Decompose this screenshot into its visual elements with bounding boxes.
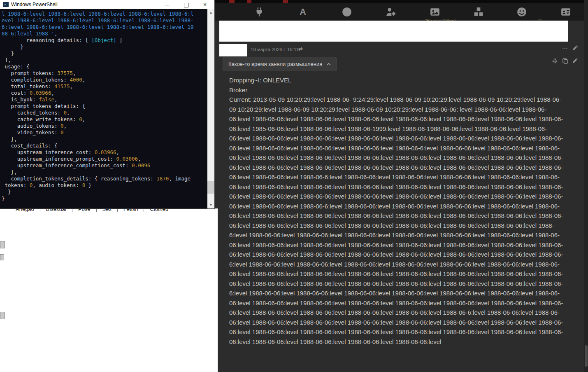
message-body: Dropping~I: ONLEVEL Broker Current: 2013… [229, 75, 563, 346]
plug-icon[interactable] [254, 7, 265, 17]
console-line: video_tokens: 0 [2, 129, 207, 136]
window-fragment [0, 312, 5, 319]
message-menu-icon[interactable]: ⋯ [562, 45, 568, 51]
chat-input-overlay[interactable] [219, 21, 568, 42]
powershell-window: >_ Windows PowerShell — ✕ l 1988-6:level… [0, 0, 214, 208]
console-line: completion_tokens_details: { reasoning_t… [2, 175, 207, 182]
red-fragment [247, 0, 251, 3]
console-line: prompt_tokens: 37575, [2, 70, 207, 77]
console-line: ], [2, 57, 207, 63]
console-line: reasoning_details: [ [Object] ] [2, 37, 207, 44]
smiley-icon[interactable] [516, 7, 527, 17]
console-line: 6:level 1988-6:level 1988-6:level 1988-6… [2, 24, 207, 30]
chat-toolbar: A "Валера"(Имя) "Т [214, 3, 588, 21]
console-line: } [2, 189, 207, 195]
red-fragment [229, 0, 235, 3]
console-line: }, [2, 136, 207, 143]
id-card-icon[interactable] [560, 7, 571, 17]
console-line: } [2, 195, 207, 202]
ps-scrollbar[interactable]: ▲ ▼ [207, 9, 214, 208]
image-icon[interactable] [430, 7, 440, 17]
console-line: } [2, 50, 207, 57]
chat-scrollbar[interactable] [584, 0, 588, 372]
message-timestamp: 18 марта 2026 г. 18:11 [251, 47, 299, 52]
message-line-2: Broker [229, 85, 563, 95]
console-line: _tokens: 0, audio_tokens: 0 } [2, 182, 207, 189]
console-line: cost: 0.03966, [2, 90, 207, 96]
message-line-1: Dropping~I: ONLEVEL [229, 75, 563, 85]
top-strip [214, 0, 588, 3]
console-line: prompt_tokens_details: { [2, 103, 207, 110]
scroll-down-arrow[interactable]: ▼ [207, 201, 214, 208]
reasoning-toggle-label: Какое-то время заняли размышления [228, 61, 322, 67]
console-line: upstream_inference_completions_cost: 0.0… [2, 162, 207, 169]
ps-console-text: l 1988-6:level 1988-6:level 1988-6:level… [0, 9, 207, 208]
console-line: } [2, 44, 207, 50]
compress-icon[interactable] [552, 58, 558, 65]
left-panel: AhegaoBisexualPoseSexFetishClothed [0, 208, 218, 372]
copy-icon[interactable] [562, 58, 568, 65]
chevron-up-icon [326, 63, 331, 66]
powershell-app-icon: >_ [3, 2, 9, 7]
console-line: is_byok: false, [2, 96, 207, 103]
console-line: cache_write_tokens: 0, [2, 116, 207, 123]
user-gear-icon[interactable] [386, 7, 396, 17]
message-text: Current: 2013-05-09 10:20:29:level 1988-… [229, 95, 563, 346]
console-line: cost_details: { [2, 143, 207, 149]
powershell-title: Windows PowerShell [11, 2, 158, 7]
console-line: cached_tokens: 0, [2, 110, 207, 116]
console-line: }, [2, 169, 207, 175]
globe-icon[interactable] [342, 7, 352, 17]
reasoning-toggle-button[interactable]: Какое-то время заняли размышления [223, 57, 337, 71]
maximize-button[interactable] [177, 0, 195, 9]
red-fragment [283, 0, 288, 3]
edit-pencil-icon[interactable] [572, 45, 578, 52]
window-fragment [0, 254, 4, 260]
svg-text:A: A [300, 7, 306, 17]
screen: A "Валера"(Имя) "Т [0, 0, 588, 372]
font-icon[interactable]: A [297, 7, 308, 17]
scroll-up-arrow[interactable]: ▲ [207, 9, 214, 16]
chat-app: A "Валера"(Имя) "Т [214, 0, 588, 372]
edit-pencil-icon[interactable] [572, 58, 578, 65]
swipe-arrows-icon[interactable]: ⇄ [298, 46, 303, 52]
powershell-titlebar: >_ Windows PowerShell — ✕ [0, 0, 214, 9]
console-line: upstream_inference_prompt_cost: 0.03006, [2, 156, 207, 162]
cubes-icon[interactable] [473, 7, 484, 17]
console-line: usage: { [2, 63, 207, 70]
console-line: completion_tokens: 4000, [2, 77, 207, 83]
close-button[interactable]: ✕ [195, 0, 214, 9]
console-line: total_tokens: 41575, [2, 83, 207, 90]
chat-scrollbar-thumb[interactable] [585, 345, 588, 367]
console-line: audio_tokens: 0, [2, 123, 207, 129]
console-line: evel 1988-6:level 1988-6:level 1988-6:le… [2, 17, 207, 24]
window-fragment [0, 241, 5, 248]
console-line: l 1988-6:level 1988-6:level 1988-6:level… [2, 11, 207, 17]
ps-scrollbar-thumb[interactable] [207, 181, 214, 194]
console-line: 88-6:level 1988-', [2, 30, 207, 37]
avatar[interactable] [219, 44, 247, 56]
maximize-icon [184, 3, 188, 7]
console-line: upstream_inference_cost: 0.03966, [2, 149, 207, 156]
minimize-button[interactable]: — [158, 0, 177, 9]
